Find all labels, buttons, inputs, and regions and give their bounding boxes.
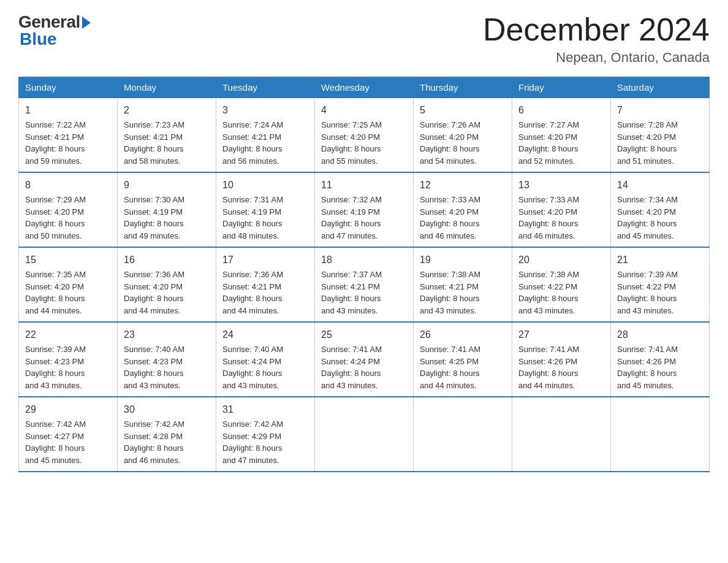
sunset-label: Sunset: 4:22 PM — [518, 282, 577, 291]
daylight-label: Daylight: 8 hours — [124, 443, 184, 453]
sunset-label: Sunset: 4:19 PM — [222, 207, 281, 216]
daylight-label: Daylight: 8 hours — [222, 219, 282, 228]
daylight-label: Daylight: 8 hours — [420, 219, 480, 228]
daylight-label: Daylight: 8 hours — [124, 219, 184, 228]
calendar-cell: 30 Sunrise: 7:42 AM Sunset: 4:28 PM Dayl… — [118, 397, 216, 472]
daylight-minutes: and 45 minutes. — [617, 231, 674, 240]
sunset-label: Sunset: 4:20 PM — [518, 132, 577, 142]
calendar-cell: 26 Sunrise: 7:41 AM Sunset: 4:25 PM Dayl… — [414, 322, 512, 397]
day-number: 11 — [321, 178, 407, 193]
sunrise-label: Sunrise: 7:30 AM — [124, 195, 184, 204]
daylight-minutes: and 45 minutes. — [617, 381, 674, 390]
sunrise-label: Sunrise: 7:36 AM — [222, 270, 283, 279]
day-number: 30 — [124, 402, 210, 417]
daylight-minutes: and 59 minutes. — [25, 156, 82, 166]
month-year-title: December 2024 — [483, 12, 710, 47]
location-subtitle: Nepean, Ontario, Canada — [483, 50, 710, 66]
header-tuesday: Tuesday — [216, 77, 315, 98]
sunrise-label: Sunrise: 7:37 AM — [321, 270, 382, 279]
calendar-cell: 27 Sunrise: 7:41 AM Sunset: 4:26 PM Dayl… — [512, 322, 611, 397]
sunset-label: Sunset: 4:21 PM — [222, 132, 281, 142]
daylight-label: Daylight: 8 hours — [222, 144, 282, 153]
sunset-label: Sunset: 4:20 PM — [617, 132, 676, 142]
sunset-label: Sunset: 4:20 PM — [321, 132, 380, 142]
sunrise-label: Sunrise: 7:38 AM — [518, 270, 579, 279]
sunrise-label: Sunrise: 7:24 AM — [222, 120, 283, 129]
sunrise-label: Sunrise: 7:40 AM — [222, 345, 283, 354]
daylight-minutes: and 45 minutes. — [25, 456, 82, 465]
daylight-minutes: and 44 minutes. — [124, 306, 181, 315]
calendar-cell: 5 Sunrise: 7:26 AM Sunset: 4:20 PM Dayli… — [414, 98, 512, 173]
day-number: 16 — [124, 253, 210, 267]
sunset-label: Sunset: 4:20 PM — [25, 282, 84, 291]
daylight-minutes: and 54 minutes. — [420, 156, 477, 166]
calendar-cell: 1 Sunrise: 7:22 AM Sunset: 4:21 PM Dayli… — [19, 98, 118, 173]
sunset-label: Sunset: 4:28 PM — [124, 432, 183, 441]
sunset-label: Sunset: 4:19 PM — [124, 207, 183, 216]
calendar-table: SundayMondayTuesdayWednesdayThursdayFrid… — [18, 77, 710, 472]
calendar-header-row: SundayMondayTuesdayWednesdayThursdayFrid… — [19, 77, 710, 98]
logo-blue-text: Blue — [20, 29, 57, 49]
calendar-cell: 9 Sunrise: 7:30 AM Sunset: 4:19 PM Dayli… — [118, 172, 216, 247]
sunrise-label: Sunrise: 7:39 AM — [617, 270, 678, 279]
daylight-label: Daylight: 8 hours — [222, 294, 282, 303]
daylight-label: Daylight: 8 hours — [518, 294, 578, 303]
calendar-cell: 13 Sunrise: 7:33 AM Sunset: 4:20 PM Dayl… — [512, 172, 611, 247]
daylight-label: Daylight: 8 hours — [617, 369, 677, 378]
day-number: 3 — [222, 103, 308, 118]
daylight-minutes: and 55 minutes. — [321, 156, 378, 166]
sunset-label: Sunset: 4:27 PM — [25, 432, 84, 441]
sunrise-label: Sunrise: 7:33 AM — [420, 195, 480, 204]
daylight-label: Daylight: 8 hours — [124, 369, 184, 378]
sunrise-label: Sunrise: 7:41 AM — [420, 345, 480, 354]
sunset-label: Sunset: 4:20 PM — [25, 207, 84, 216]
day-number: 28 — [617, 327, 703, 342]
day-number: 10 — [222, 178, 308, 193]
sunrise-label: Sunrise: 7:40 AM — [124, 345, 184, 354]
sunset-label: Sunset: 4:26 PM — [617, 357, 676, 366]
day-number: 22 — [25, 327, 111, 342]
day-number: 19 — [420, 253, 506, 267]
sunrise-label: Sunrise: 7:39 AM — [25, 345, 86, 354]
calendar-cell: 21 Sunrise: 7:39 AM Sunset: 4:22 PM Dayl… — [611, 247, 710, 322]
daylight-minutes: and 44 minutes. — [222, 306, 279, 315]
logo: General Blue — [18, 12, 91, 49]
day-number: 18 — [321, 253, 407, 267]
daylight-label: Daylight: 8 hours — [617, 294, 677, 303]
day-number: 24 — [222, 327, 308, 342]
daylight-label: Daylight: 8 hours — [321, 294, 381, 303]
calendar-cell: 31 Sunrise: 7:42 AM Sunset: 4:29 PM Dayl… — [216, 397, 315, 472]
day-number: 17 — [222, 253, 308, 267]
day-number: 1 — [25, 103, 111, 118]
header-friday: Friday — [512, 77, 611, 98]
calendar-cell: 7 Sunrise: 7:28 AM Sunset: 4:20 PM Dayli… — [611, 98, 710, 173]
daylight-minutes: and 49 minutes. — [124, 231, 181, 240]
calendar-cell: 20 Sunrise: 7:38 AM Sunset: 4:22 PM Dayl… — [512, 247, 611, 322]
sunrise-label: Sunrise: 7:23 AM — [124, 120, 184, 129]
logo-arrow-icon — [82, 17, 91, 29]
day-number: 9 — [124, 178, 210, 193]
day-number: 27 — [518, 327, 604, 342]
sunset-label: Sunset: 4:26 PM — [518, 357, 577, 366]
calendar-cell: 6 Sunrise: 7:27 AM Sunset: 4:20 PM Dayli… — [512, 98, 611, 173]
calendar-cell — [315, 397, 414, 472]
calendar-cell: 22 Sunrise: 7:39 AM Sunset: 4:23 PM Dayl… — [19, 322, 118, 397]
sunrise-label: Sunrise: 7:22 AM — [25, 120, 86, 129]
calendar-cell — [512, 397, 611, 472]
day-number: 4 — [321, 103, 407, 118]
daylight-minutes: and 56 minutes. — [222, 156, 279, 166]
sunrise-label: Sunrise: 7:42 AM — [222, 419, 283, 429]
daylight-minutes: and 43 minutes. — [222, 381, 279, 390]
day-number: 15 — [25, 253, 111, 267]
daylight-label: Daylight: 8 hours — [25, 369, 85, 378]
calendar-cell: 24 Sunrise: 7:40 AM Sunset: 4:24 PM Dayl… — [216, 322, 315, 397]
calendar-cell: 10 Sunrise: 7:31 AM Sunset: 4:19 PM Dayl… — [216, 172, 315, 247]
calendar-cell: 11 Sunrise: 7:32 AM Sunset: 4:19 PM Dayl… — [315, 172, 414, 247]
calendar-cell: 2 Sunrise: 7:23 AM Sunset: 4:21 PM Dayli… — [118, 98, 216, 173]
calendar-cell: 12 Sunrise: 7:33 AM Sunset: 4:20 PM Dayl… — [414, 172, 512, 247]
daylight-label: Daylight: 8 hours — [518, 219, 578, 228]
day-number: 31 — [222, 402, 308, 417]
sunrise-label: Sunrise: 7:34 AM — [617, 195, 678, 204]
daylight-label: Daylight: 8 hours — [420, 144, 480, 153]
sunset-label: Sunset: 4:20 PM — [518, 207, 577, 216]
